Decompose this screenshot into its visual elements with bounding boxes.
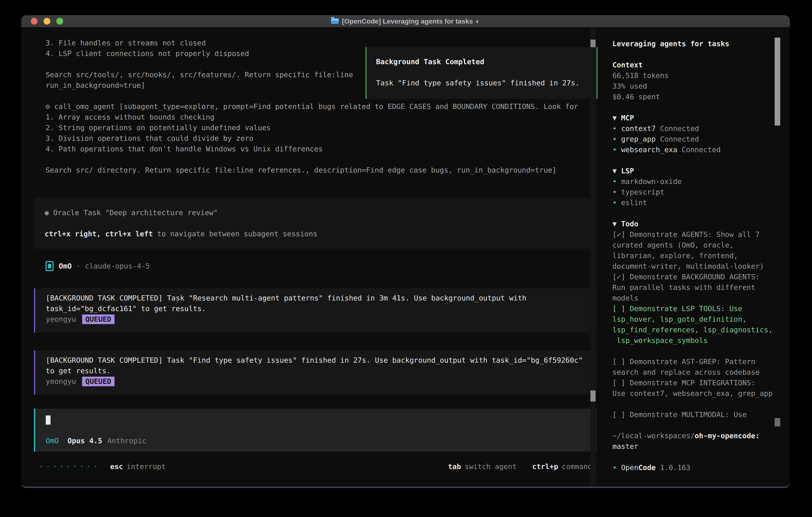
lsp-section-header[interactable]: ▼ LSP — [612, 166, 779, 176]
todo-active-line: [ ] Demonstrate LSP TOOLS: Use — [612, 303, 779, 314]
lsp-item: • markdown-oxide — [612, 176, 779, 187]
task-message-text: [BACKGROUND TASK COMPLETED] Task "Resear… — [46, 293, 588, 314]
agent-header: OmO · claude-opus-4-5 — [46, 261, 597, 271]
lsp-item: • eslint — [612, 197, 779, 208]
window-title-text: [OpenCode] Leveraging agents for tasks — [342, 18, 473, 25]
oracle-task-line: ◉ Oracle Task "Deep architecture review" — [45, 207, 597, 218]
todo-done-line: Run parallel tasks with different — [612, 282, 779, 293]
minimize-button[interactable] — [44, 18, 50, 25]
tool-call-line: ⚙ call_omo_agent [subagent_type=explore,… — [21, 101, 597, 112]
workspace-path: ~/local-workspaces/oh-my-opencode: — [612, 430, 779, 441]
tab-label: switch agent — [465, 462, 517, 471]
check-icon: ✓ — [617, 230, 621, 239]
tab-key-hint: tab — [448, 462, 461, 471]
chevron-down-icon: ▼ — [612, 114, 617, 122]
model-row: OmO Opus 4.5 Anthropic — [46, 435, 588, 446]
toast-title: Background Task Completed — [376, 56, 588, 67]
input-agent-label: OmO — [46, 437, 59, 445]
tool-tail-line: Search src/ directory. Return specific f… — [21, 165, 597, 175]
todo-done-line: models — [612, 293, 779, 303]
context-tokens: 66,518 tokens — [612, 70, 779, 81]
todo-pending-line: [ ] Demonstrate MCP INTEGRATIONS: — [612, 377, 779, 388]
tool-list-line: 3. Division operations that could divide… — [21, 133, 597, 143]
mcp-item: • websearch_exa Connected — [612, 144, 779, 155]
status-bar: ········· esc interrupt tab switch agent… — [21, 461, 597, 472]
lsp-item: • typescript — [612, 187, 779, 197]
chevron-down-icon: ▼ — [612, 220, 617, 228]
bullet-icon: • — [612, 177, 617, 186]
window-title: [OpenCode] Leveraging agents for tasks ◐ — [331, 18, 480, 25]
workspace-branch: master — [612, 441, 779, 452]
bullet-icon: • — [612, 198, 617, 207]
bullet-icon: • — [612, 124, 617, 133]
text-cursor — [46, 415, 51, 425]
close-button[interactable] — [31, 18, 37, 25]
gear-icon: ⚙ — [46, 102, 50, 111]
esc-key-hint: esc — [110, 462, 123, 471]
chevron-down-icon: ▼ — [612, 167, 617, 175]
todo-done-line: librarian, explore, frontend, — [612, 250, 779, 261]
input-provider-label: Anthropic — [107, 437, 146, 445]
check-icon: ✓ — [617, 273, 621, 281]
todo-pending-line: Use context7, websearch_exa, grep_app — [612, 388, 779, 399]
context-heading: Context — [612, 61, 643, 69]
tool-list-line: 2. String operations on potentially unde… — [21, 123, 597, 133]
record-icon: ◉ — [45, 209, 49, 217]
keybinding-text: ctrl+x right, ctrl+x left — [45, 230, 153, 238]
todo-active-line: lsp_workspace_symbols — [612, 335, 779, 346]
mcp-section-header[interactable]: ▼ MCP — [612, 113, 779, 123]
todo-done-line: curated agents (OmO, oracle, — [612, 240, 779, 250]
agent-icon — [46, 261, 54, 271]
todo-done-line: [✓] Demonstrate BACKGROUND AGENTS: — [612, 272, 779, 282]
todo-pending-line: [ ] Demonstrate MULTIMODAL: Use — [612, 409, 779, 420]
sidebar-scrollbar-thumb[interactable] — [775, 37, 780, 126]
todo-pending-line: [ ] Demonstrate AST-GREP: Pattern — [612, 356, 779, 367]
bullet-icon: • — [612, 145, 617, 154]
task-message-text: [BACKGROUND TASK COMPLETED] Task "Find t… — [46, 355, 588, 376]
version-line: • OpenCode 1.0.163 — [612, 462, 779, 473]
input-model-label: Opus 4.5 — [67, 437, 102, 445]
todo-active-line: lsp_hover, lsp_goto_definition, — [612, 314, 779, 324]
esc-label: interrupt — [127, 462, 166, 471]
toast-body: Task "Find type safety issues" finished … — [376, 78, 588, 88]
status-badge: QUEUED — [82, 377, 115, 386]
scrollback-line: 3. File handles or streams not closed — [21, 37, 597, 48]
context-used: 33% used — [612, 81, 779, 91]
agent-name: OmO — [59, 262, 72, 270]
agent-model: claude-opus-4-5 — [85, 262, 150, 270]
background-task-toast: Background Task Completed Task "Find typ… — [366, 47, 598, 99]
oracle-hint-line: ctrl+x right, ctrl+x left to navigate be… — [45, 228, 597, 239]
separator-dot: · — [76, 262, 81, 270]
mcp-item: • grep_app Connected — [612, 134, 779, 144]
prompt-input[interactable]: OmO Opus 4.5 Anthropic — [34, 409, 597, 452]
bullet-icon: • — [612, 463, 617, 472]
mcp-item: • context7 Connected — [612, 123, 779, 134]
sidebar-scrollbar-thumb[interactable] — [775, 418, 780, 427]
task-user: yeongyu — [46, 377, 76, 385]
tool-list-line: 1. Array access without bounds checking — [21, 112, 597, 123]
todo-active-line: lsp_find_references, lsp_diagnostics, — [612, 324, 779, 335]
status-badge: QUEUED — [82, 315, 115, 324]
half-moon-icon: ◐ — [476, 18, 480, 25]
background-task-message: [BACKGROUND TASK COMPLETED] Task "Resear… — [34, 288, 597, 332]
traffic-lights — [31, 15, 63, 27]
zoom-button[interactable] — [56, 18, 63, 25]
terminal-window: [OpenCode] Leveraging agents for tasks ◐… — [21, 15, 790, 488]
todo-done-line: [✓] Demonstrate AGENTS: Show all 7 — [612, 229, 779, 240]
ctrlp-key-hint: ctrl+p — [532, 462, 558, 471]
context-spent: $0.46 spent — [612, 91, 779, 102]
tool-list-line: 4. Path operations that don't handle Win… — [21, 143, 597, 154]
main-scrollbar-thumb[interactable] — [590, 390, 596, 402]
chat-pane: 3. File handles or streams not closed 4.… — [21, 28, 597, 487]
oracle-task-box: ◉ Oracle Task "Deep architecture review"… — [34, 198, 597, 249]
background-task-message: [BACKGROUND TASK COMPLETED] Task "Find t… — [34, 351, 597, 394]
titlebar: [OpenCode] Leveraging agents for tasks ◐ — [21, 15, 790, 28]
todo-pending-line: search and replace across codebase — [612, 367, 779, 377]
todo-section-header[interactable]: ▼ Todo — [612, 219, 779, 229]
session-title: Leveraging agents for tasks — [612, 39, 729, 48]
scrollback-line-blank — [21, 154, 597, 165]
task-user: yeongyu — [46, 315, 76, 323]
bullet-icon: • — [612, 135, 617, 143]
todo-done-line: document-writer, multimodal-looker) — [612, 261, 779, 272]
spinner-dots: ········· — [39, 462, 100, 471]
